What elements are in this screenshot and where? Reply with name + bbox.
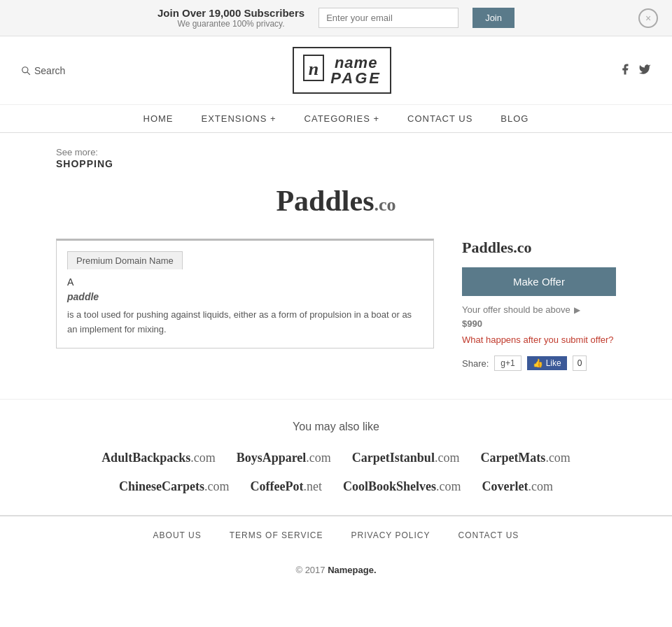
nav-contact[interactable]: CONTACT US [407, 113, 472, 124]
domain-tld: .com [190, 451, 216, 465]
svg-point-0 [22, 66, 28, 72]
what-happens-link[interactable]: What happens after you submit offer? [462, 334, 616, 345]
make-offer-button[interactable]: Make Offer [462, 267, 616, 296]
domain-bold: ChineseCarpets [119, 479, 204, 493]
domain-bold: Coverlet [482, 479, 528, 493]
you-may-section: You may also like AdultBackpacks.com Boy… [0, 399, 672, 515]
domain-bold: CarpetMats [480, 451, 545, 465]
domain-adultbackpacks[interactable]: AdultBackpacks.com [102, 451, 216, 465]
content-row: Premium Domain Name A paddle is a tool u… [56, 239, 616, 371]
domain-tld: .com [436, 479, 461, 493]
logo-name: name [330, 55, 382, 71]
breadcrumb: See more: SHOPPING [0, 133, 672, 177]
copyright-year: © 2017 [295, 565, 325, 575]
offer-domain-name: Paddles.co [462, 239, 616, 257]
domain-title: Paddles.co [276, 185, 396, 217]
nav-blog[interactable]: BLOG [500, 113, 528, 124]
definition-tab: Premium Domain Name [67, 251, 183, 269]
main-nav: HOME EXTENSIONS + CATEGORIES + CONTACT U… [0, 105, 672, 133]
email-input[interactable] [318, 8, 458, 28]
fb-like-label: Like [546, 358, 561, 368]
logo[interactable]: n name PAGE [293, 47, 391, 94]
logo-n-svg: n [302, 54, 325, 82]
fb-thumb-icon: 👍 [533, 358, 543, 368]
share-label: Share: [462, 358, 489, 369]
site-name-link[interactable]: Namepage. [328, 565, 376, 575]
fb-like-button[interactable]: 👍 Like [527, 356, 567, 370]
domain-bold: AdultBackpacks [102, 451, 190, 465]
close-button[interactable]: × [638, 8, 658, 28]
domain-tld: .com [528, 479, 553, 493]
svg-line-1 [27, 72, 30, 75]
domain-name-part: Paddles [276, 185, 374, 217]
domain-tld: .net [303, 479, 322, 493]
fb-svg [619, 63, 631, 76]
logo-page: PAGE [330, 71, 382, 86]
facebook-icon[interactable] [619, 63, 631, 78]
header: Search n name PAGE [0, 36, 672, 105]
see-more-label: See more: [56, 147, 616, 157]
banner-subtext: We guarantee 100% privacy. [158, 19, 304, 29]
domain-bold: CarpetIstanbul [352, 451, 435, 465]
share-row: Share: g+1 👍 Like 0 [462, 355, 616, 371]
domain-boysapparel[interactable]: BoysApparel.com [237, 451, 331, 465]
logo-text: name PAGE [330, 55, 382, 86]
domain-carpetmats[interactable]: CarpetMats.com [480, 451, 570, 465]
gplus-button[interactable]: g+1 [494, 355, 521, 371]
nav-home[interactable]: HOME [144, 113, 174, 124]
domain-coolbookshelves[interactable]: CoolBookShelves.com [343, 479, 461, 494]
domain-tld-part: .co [374, 195, 396, 215]
svg-text:n: n [309, 59, 318, 79]
domain-bold: BoysApparel [237, 451, 307, 465]
definition-box: Premium Domain Name A paddle is a tool u… [56, 239, 434, 348]
offer-info: Your offer should be above ▶ [462, 304, 616, 315]
domain-coverlet[interactable]: Coverlet.com [482, 479, 553, 494]
domain-bold: CoffeePot [251, 479, 304, 493]
offer-above-text: Your offer should be above [462, 304, 570, 315]
def-word: paddle [67, 291, 423, 302]
twitter-icon[interactable] [638, 63, 651, 78]
domain-grid: AdultBackpacks.com BoysApparel.com Carpe… [56, 451, 616, 494]
offer-box: Paddles.co Make Offer Your offer should … [462, 239, 616, 371]
top-banner: Join Over 19,000 Subscribers We guarante… [0, 0, 672, 36]
domain-coffeepot[interactable]: CoffeePot.net [251, 479, 322, 494]
domain-carpetistanbul[interactable]: CarpetIstanbul.com [352, 451, 460, 465]
footer-about[interactable]: ABOUT US [153, 530, 202, 540]
tw-svg [638, 63, 651, 76]
domain-title-area: Paddles.co [56, 184, 616, 218]
domain-tld: .com [435, 451, 460, 465]
footer-tos[interactable]: TERMS OF SERVICE [230, 530, 323, 540]
footer-contact[interactable]: CONTACT US [458, 530, 519, 540]
def-text: is a tool used for pushing against liqui… [67, 308, 423, 337]
search-area[interactable]: Search [21, 65, 65, 76]
domain-tld: .com [204, 479, 230, 493]
domain-tld: .com [306, 451, 331, 465]
banner-headline: Join Over 19,000 Subscribers [158, 7, 304, 19]
shopping-link[interactable]: SHOPPING [56, 158, 113, 169]
offer-amount: $990 [462, 318, 616, 329]
search-icon [21, 66, 31, 76]
fb-count: 0 [573, 355, 587, 371]
footer: ABOUT US TERMS OF SERVICE PRIVACY POLICY… [0, 515, 672, 554]
logo-letter: n [302, 54, 325, 87]
arrow-icon: ▶ [574, 305, 580, 315]
nav-categories[interactable]: CATEGORIES + [304, 113, 379, 124]
copyright: © 2017 Namepage. [0, 554, 672, 586]
domain-chinesecarpets[interactable]: ChineseCarpets.com [119, 479, 230, 494]
banner-text: Join Over 19,000 Subscribers We guarante… [158, 7, 304, 29]
main-content: Paddles.co Premium Domain Name A paddle … [0, 177, 672, 399]
nav-extensions[interactable]: EXTENSIONS + [202, 113, 276, 124]
footer-privacy[interactable]: PRIVACY POLICY [351, 530, 430, 540]
def-letter: A [67, 276, 423, 288]
you-may-title: You may also like [56, 421, 616, 433]
domain-bold: CoolBookShelves [343, 479, 436, 493]
search-label: Search [34, 65, 65, 76]
join-button[interactable]: Join [472, 8, 514, 28]
domain-tld: .com [545, 451, 570, 465]
social-icons [619, 63, 651, 78]
